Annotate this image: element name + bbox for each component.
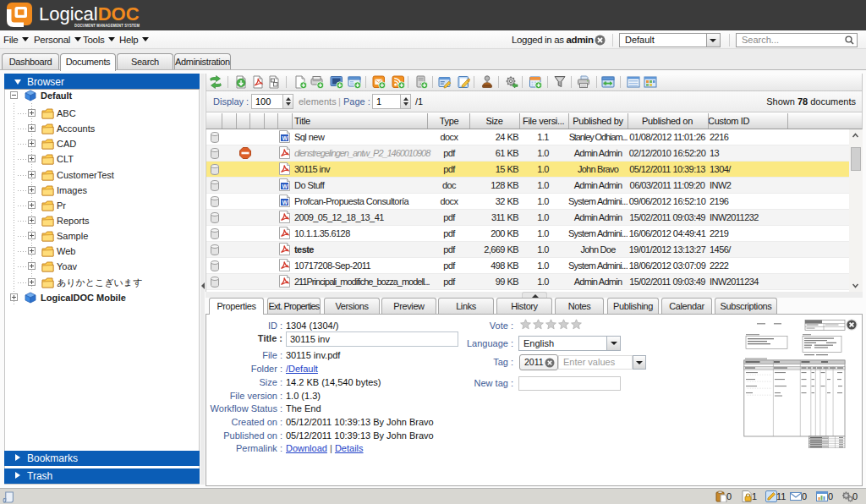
svg-text:W: W xyxy=(282,135,288,141)
svg-text:W: W xyxy=(282,200,288,205)
svg-text:W: W xyxy=(282,184,288,189)
